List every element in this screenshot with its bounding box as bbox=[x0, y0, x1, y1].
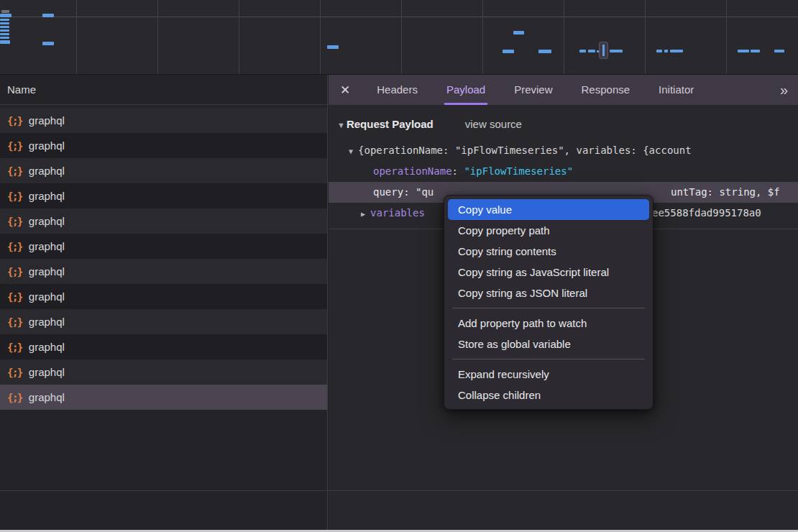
network-activity-bar bbox=[588, 50, 595, 52]
overview-vertical-gridline bbox=[401, 0, 402, 74]
payload-operationname-row[interactable]: operationName: "ipFlowTimeseries" bbox=[329, 161, 798, 182]
expanded-triangle-icon[interactable]: ▼ bbox=[349, 147, 353, 155]
json-braces-icon: {;} bbox=[7, 392, 22, 403]
request-row[interactable]: {;}graphql bbox=[0, 133, 327, 158]
network-activity-bar bbox=[664, 50, 668, 52]
selected-request-marker[interactable] bbox=[599, 42, 608, 59]
payload-root-row[interactable]: ▼{operationName: "ipFlowTimeseries", var… bbox=[329, 140, 798, 161]
overview-horizontal-gridline bbox=[0, 17, 798, 17]
json-braces-icon: {;} bbox=[7, 216, 22, 227]
property-key: operationName bbox=[373, 165, 452, 177]
tab-payload[interactable]: Payload bbox=[444, 75, 487, 105]
overview-vertical-gridline bbox=[726, 0, 727, 74]
root-object-preview: {operationName: "ipFlowTimeseries", vari… bbox=[358, 145, 692, 156]
network-activity-bar bbox=[538, 50, 551, 53]
key-separator: : bbox=[403, 186, 416, 198]
network-activity-bar bbox=[0, 33, 9, 35]
network-activity-bar bbox=[751, 50, 760, 52]
json-braces-icon: {;} bbox=[7, 165, 22, 177]
close-icon[interactable]: ✕ bbox=[340, 83, 350, 98]
json-braces-icon: {;} bbox=[7, 191, 22, 202]
collapsed-triangle-icon[interactable]: ▶ bbox=[361, 210, 365, 218]
network-activity-bar bbox=[0, 26, 9, 28]
request-row[interactable]: {;}graphql bbox=[0, 108, 327, 133]
request-row[interactable]: {;}graphql bbox=[0, 234, 327, 259]
overview-vertical-gridline bbox=[564, 0, 564, 74]
requests-list-panel: Name {;}graphql {;}graphql {;}graphql {;… bbox=[0, 75, 328, 532]
request-rows: {;}graphql {;}graphql {;}graphql {;}grap… bbox=[0, 105, 327, 410]
summary-bar-divider bbox=[0, 490, 798, 491]
menu-separator bbox=[452, 359, 645, 359]
json-braces-icon: {;} bbox=[7, 316, 22, 328]
request-row[interactable]: {;}graphql bbox=[0, 309, 327, 334]
menu-item-copy-string-json[interactable]: Copy string as JSON literal bbox=[444, 283, 653, 303]
network-activity-bar bbox=[656, 50, 662, 52]
overview-vertical-gridline bbox=[645, 0, 646, 74]
network-activity-bar bbox=[774, 50, 784, 52]
request-row[interactable]: {;}graphql bbox=[0, 158, 327, 183]
request-row[interactable]: {;}graphql bbox=[0, 284, 327, 309]
request-row[interactable]: {;}graphql bbox=[0, 208, 327, 234]
request-row[interactable]: {;}graphql bbox=[0, 183, 327, 208]
overview-vertical-gridline bbox=[239, 0, 239, 74]
property-preview-end: ee5588fdad995178a0 bbox=[652, 203, 761, 224]
menu-item-collapse-children[interactable]: Collapse children bbox=[444, 385, 653, 405]
detail-tabbar: ✕ Headers Payload Preview Response Initi… bbox=[329, 75, 798, 105]
tab-response[interactable]: Response bbox=[579, 75, 633, 105]
request-row[interactable]: {;}graphql bbox=[0, 359, 327, 385]
name-column-header[interactable]: Name bbox=[0, 75, 327, 105]
network-activity-bar bbox=[327, 45, 339, 49]
network-activity-bar bbox=[1, 10, 9, 13]
request-row[interactable]: {;}graphql bbox=[0, 334, 327, 359]
tab-initiator[interactable]: Initiator bbox=[656, 75, 696, 105]
network-activity-bar bbox=[503, 50, 514, 53]
network-activity-bar bbox=[0, 14, 12, 17]
network-activity-bar bbox=[579, 50, 586, 52]
overview-vertical-gridline bbox=[157, 0, 158, 74]
key-separator: : bbox=[452, 165, 464, 177]
more-tabs-icon[interactable]: » bbox=[780, 82, 786, 98]
overview-vertical-gridline bbox=[482, 0, 483, 74]
network-overview-timeline[interactable] bbox=[0, 0, 798, 75]
overview-vertical-gridline bbox=[320, 0, 321, 74]
json-braces-icon: {;} bbox=[7, 291, 22, 303]
network-activity-bar bbox=[42, 14, 54, 17]
menu-item-copy-string-js[interactable]: Copy string as JavaScript literal bbox=[444, 262, 653, 283]
json-braces-icon: {;} bbox=[7, 115, 22, 127]
network-activity-bar bbox=[0, 37, 9, 39]
json-braces-icon: {;} bbox=[7, 266, 22, 278]
tab-headers[interactable]: Headers bbox=[375, 75, 420, 105]
request-row[interactable]: {;}graphql bbox=[0, 385, 327, 410]
section-title: Request Payload bbox=[347, 118, 434, 130]
json-braces-icon: {;} bbox=[7, 140, 22, 152]
menu-item-store-global[interactable]: Store as global variable bbox=[444, 334, 653, 354]
property-value-start: "qu bbox=[416, 186, 434, 198]
selected-request-tick bbox=[602, 45, 605, 56]
network-activity-bar bbox=[610, 50, 623, 52]
menu-item-copy-property-path[interactable]: Copy property path bbox=[444, 220, 653, 241]
network-activity-bar bbox=[513, 31, 524, 35]
network-activity-bar bbox=[0, 19, 9, 21]
network-activity-bar bbox=[738, 50, 749, 52]
tab-preview[interactable]: Preview bbox=[512, 75, 554, 105]
property-string-value: "ipFlowTimeseries" bbox=[464, 165, 573, 177]
property-key: query bbox=[373, 186, 403, 198]
network-activity-bar bbox=[0, 40, 10, 44]
menu-item-copy-value[interactable]: Copy value bbox=[448, 199, 649, 220]
devtools-network-panel: Name {;}graphql {;}graphql {;}graphql {;… bbox=[0, 0, 798, 532]
menu-item-copy-string-contents[interactable]: Copy string contents bbox=[444, 241, 653, 262]
network-activity-bar bbox=[0, 22, 9, 24]
view-source-link[interactable]: view source bbox=[465, 118, 522, 130]
property-key: variables bbox=[370, 207, 425, 219]
menu-separator bbox=[452, 308, 645, 308]
menu-item-expand-recursively[interactable]: Expand recursively bbox=[444, 364, 653, 385]
request-payload-section-header: ▼Request Payloadview source bbox=[337, 118, 798, 130]
json-braces-icon: {;} bbox=[7, 341, 22, 353]
section-expanded-icon[interactable]: ▼ bbox=[337, 121, 345, 129]
json-braces-icon: {;} bbox=[7, 241, 22, 252]
json-braces-icon: {;} bbox=[7, 367, 22, 378]
property-value-end: untTag: string, $f bbox=[671, 182, 780, 203]
request-row[interactable]: {;}graphql bbox=[0, 259, 327, 284]
network-activity-bar bbox=[42, 42, 54, 45]
menu-item-add-watch[interactable]: Add property path to watch bbox=[444, 313, 653, 334]
